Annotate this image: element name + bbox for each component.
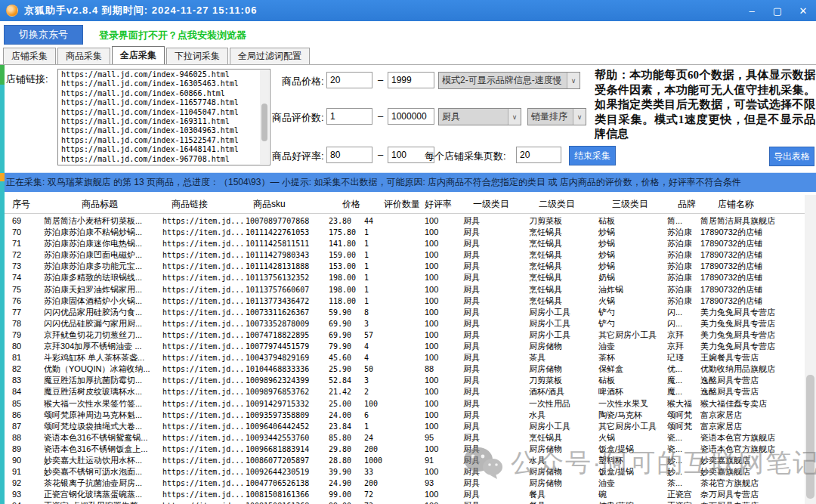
table-row[interactable]: 73苏泊康苏泊康多功能元宝...https://item.jd...101114… [0, 261, 816, 272]
tab-3[interactable]: 下拉词采集 [166, 48, 228, 64]
close-button[interactable]: ✕ [790, 0, 816, 21]
table-row[interactable]: 84魔豆胜活树皮纹玻璃杯水...https://item.jd...100989… [0, 386, 816, 397]
table-row[interactable]: 87颂呵梵垃圾袋抽绳式大卷...https://item.jd...100964… [0, 421, 816, 432]
rate-min-input[interactable] [326, 147, 372, 163]
table-row[interactable]: 90妙奕嘉大肚运动饮用水杯...https://item.jd...100860… [0, 455, 816, 466]
shop-link-line: https://mall.jd.com/index-16305463.html [61, 79, 259, 88]
column-header[interactable]: 价格 [329, 195, 364, 213]
table-row[interactable]: 86颂呵梵原神周边马克杯魁...https://item.jd...100935… [0, 410, 816, 421]
table-row[interactable]: 81斗彩鸡缸杯 单人茶杯茶盏...https://item.jd...10043… [0, 352, 816, 363]
cell: 其它厨房小工具 [598, 329, 667, 341]
price-min-input[interactable] [326, 72, 372, 88]
table-row[interactable]: 94正瓷宫-点烟孔贝碗置朱整...https://item.jd...10081… [0, 500, 816, 504]
sort-select[interactable]: 销量排序 ∨ [527, 108, 586, 125]
cell: 10098976853762 [246, 386, 329, 397]
cell: 94 [12, 500, 44, 504]
cell: https://item.jd... [162, 432, 246, 444]
table-row[interactable]: 77闪闪优品家用硅胶汤勺食...https://item.jd...100733… [0, 307, 816, 318]
table-row[interactable]: 88瓷语本色316不锈钢鸳鸯锅...https://item.jd...1009… [0, 432, 816, 444]
table-row[interactable]: 75苏泊康天妇罗油炸锅家用...https://item.jd...101137… [0, 284, 816, 295]
cell: 92 [12, 478, 44, 489]
tab-bar: 店铺采集商品采集全店采集下拉词采集全局过滤词配置 [0, 47, 816, 65]
table-row[interactable]: 69简居简洁小麦秸秆切菜板...https://item.jd...100708… [0, 215, 816, 227]
app-icon [6, 5, 18, 17]
table-row[interactable]: 91妙奕嘉不锈钢可沥水泡面...https://item.jd...100926… [0, 466, 816, 478]
cell: 100 [419, 421, 463, 432]
column-header[interactable]: 商品链接 [162, 195, 246, 213]
cell: 厨具 [463, 215, 529, 227]
stop-collect-button[interactable]: 结束采集 [569, 146, 616, 165]
switch-jd-account-button[interactable]: 切换京东号 [4, 25, 83, 45]
tab-2[interactable]: 全店采集 [112, 46, 165, 64]
shop-link-line: https://mall.jd.com/index-10304963.html [61, 126, 259, 135]
reviews-max-input[interactable] [388, 108, 434, 125]
column-header[interactable]: 序号 [12, 195, 44, 213]
column-header[interactable]: 商品sku [246, 195, 329, 213]
links-scrollbar[interactable] [260, 70, 269, 164]
tab-1[interactable]: 商品采集 [57, 48, 110, 64]
cell: 优勤（YOUQIN）冰箱收纳... [44, 363, 162, 375]
shop-link-line: https://mall.jd.com/index-16448141.html [61, 145, 259, 154]
cell: 猴大福佳磊专卖店 [700, 398, 816, 410]
export-table-button[interactable]: 导出表格 [769, 147, 814, 166]
column-header[interactable]: 二级类目 [529, 195, 598, 213]
column-header[interactable]: 商品标题 [44, 195, 162, 213]
cell: 厨房小工具 [529, 318, 598, 329]
table-row[interactable]: 78闪闪优品硅胶漏勺家用厨...https://item.jd...100733… [0, 318, 816, 329]
cell: 93 [12, 489, 44, 500]
login-help-link[interactable]: 登录界面打不开？点我安装浏览器 [99, 29, 246, 42]
table-row[interactable]: 70苏泊康苏泊康不粘锅炒锅...https://item.jd...101114… [0, 227, 816, 238]
shop-links-textarea[interactable]: https://mall.jd.com/index-946025.htmlhtt… [57, 69, 270, 165]
cell: 100 [419, 398, 463, 410]
cell: https://item.jd... [162, 444, 246, 455]
table-row[interactable]: 76苏泊康固体酒精炉小火锅...https://item.jd...101137… [0, 295, 816, 307]
table-row[interactable]: 85猴大福一次性水果签竹签...https://item.jd...100914… [0, 398, 816, 410]
column-header[interactable]: 好评率 [419, 195, 463, 213]
category-select-value: 厨具 [439, 110, 508, 123]
table-scrollbar[interactable] [805, 195, 816, 504]
table-row[interactable]: 74苏泊康多精致的珐琅锅线...https://item.jd...101137… [0, 272, 816, 283]
table-row[interactable]: 92茶花银离子抗菌油壶厨房...https://item.jd...100477… [0, 478, 816, 489]
table-row[interactable]: 80京拜304加厚不锈钢油壶 ...https://item.jd...1007… [0, 341, 816, 352]
table-row[interactable]: 72苏泊康苏泊康凹面电磁炉...https://item.jd...101114… [0, 249, 816, 261]
cell: 79 [12, 329, 44, 341]
table-row[interactable]: 71苏泊康苏泊康迷你电热锅...https://item.jd...101114… [0, 238, 816, 249]
pages-input[interactable] [516, 147, 561, 163]
minimize-button[interactable]: – [739, 0, 765, 21]
cell: 奶锅 [598, 272, 667, 283]
maximize-button[interactable]: ▢ [765, 0, 790, 21]
cell: 100 [419, 341, 463, 352]
cell: 17890732的店铺 [700, 261, 816, 272]
table-row[interactable]: 82优勤（YOUQIN）冰箱收纳...https://item.jd...101… [0, 363, 816, 375]
cell: 厨房储物 [529, 363, 598, 375]
table-row[interactable]: 79京拜鱿鱼切花刀切葱丝刀...https://item.jd...100747… [0, 329, 816, 341]
cell: 妙奕嘉旗舰店 [700, 466, 816, 478]
column-header[interactable]: 一级类目 [463, 195, 529, 213]
tab-0[interactable]: 店铺采集 [3, 48, 56, 64]
cell: 陶瓷/马克杯 [598, 410, 667, 421]
category-select[interactable]: 厨具 ∨ [438, 108, 521, 125]
price-max-input[interactable] [388, 72, 434, 88]
shop-link-label: 店铺链接: [6, 73, 48, 86]
table-row[interactable]: 89瓷语本色316不锈钢饭盒上...https://item.jd...1009… [0, 444, 816, 455]
table-row[interactable]: 83魔豆胜活加厚抗菌防霉切...https://item.jd...100989… [0, 375, 816, 386]
cell: 烹饪锅具 [529, 238, 598, 249]
cell: 奈万厨具专营店 [700, 500, 816, 504]
cell: 闪闪优品家用硅胶汤勺食... [44, 307, 162, 318]
column-header[interactable]: 评价数量 [364, 195, 419, 213]
column-header[interactable]: 品牌 [667, 195, 700, 213]
column-header[interactable]: 三级类目 [598, 195, 667, 213]
cell: 86 [12, 410, 44, 421]
mode-select[interactable]: 模式2-可显示品牌信息-速度慢 ∨ [438, 72, 580, 89]
cell: 10070897707868 [246, 215, 329, 227]
cell: 塑料杯 [598, 455, 667, 466]
table-row[interactable]: 93正瓷宫钢化玻璃蒸蛋碗蒸...https://item.jd...100815… [0, 489, 816, 500]
table-body: 69简居简洁小麦秸秆切菜板...https://item.jd...100708… [0, 215, 816, 504]
reviews-min-input[interactable] [326, 108, 372, 125]
column-header[interactable]: 店铺名称 [700, 195, 816, 213]
tab-4[interactable]: 全局过滤词配置 [230, 48, 310, 64]
cell: 富京家居店 [700, 421, 816, 432]
status-text: 正在采集: 双鸟瑞莱旗舰店 的第 13 页商品，总进度：（1504\93）— 小… [6, 176, 741, 189]
cell: 25.00 [329, 398, 364, 410]
cell: 厨具 [463, 284, 529, 295]
